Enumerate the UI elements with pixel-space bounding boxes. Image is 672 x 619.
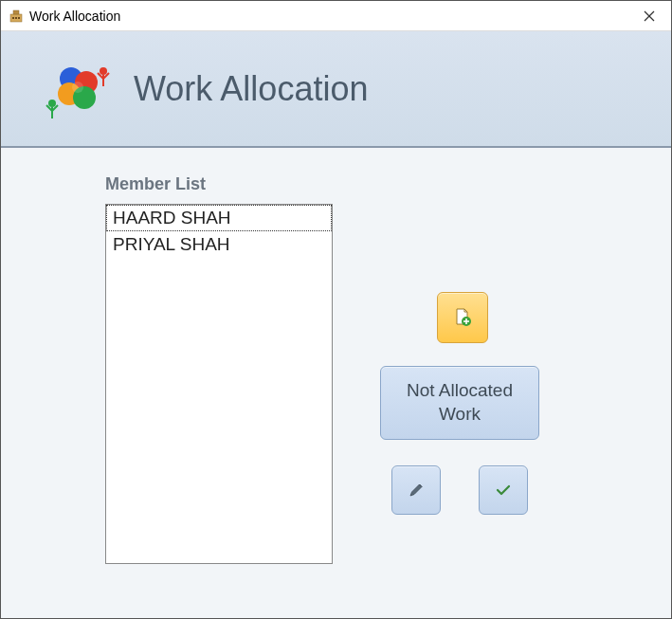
member-listbox[interactable]: HAARD SHAHPRIYAL SHAH	[105, 204, 333, 564]
pencil-icon	[408, 482, 425, 499]
svg-point-16	[100, 67, 107, 75]
titlebar: Work Allocation	[1, 1, 671, 31]
page-title: Work Allocation	[134, 69, 368, 109]
svg-rect-3	[15, 17, 17, 19]
svg-rect-1	[13, 10, 19, 14]
window-title: Work Allocation	[29, 9, 627, 24]
check-icon	[494, 481, 513, 500]
document-add-icon	[452, 307, 473, 328]
header-band: Work Allocation	[1, 31, 671, 148]
confirm-button[interactable]	[479, 465, 528, 515]
close-button[interactable]	[627, 1, 671, 31]
svg-rect-4	[18, 17, 20, 19]
svg-rect-17	[102, 75, 104, 86]
list-item[interactable]: PRIYAL SHAH	[106, 231, 332, 258]
svg-point-11	[72, 82, 83, 93]
app-icon	[9, 9, 24, 24]
content-area: Member List HAARD SHAHPRIYAL SHAH Not Al…	[1, 148, 671, 618]
assign-button[interactable]	[437, 292, 488, 343]
list-item[interactable]: HAARD SHAH	[106, 205, 332, 231]
not-allocated-work-button[interactable]: Not Allocated Work	[380, 366, 539, 440]
window-frame: Work Allocation	[0, 0, 672, 619]
edit-button[interactable]	[391, 465, 441, 515]
member-list-label: Member List	[105, 174, 671, 194]
svg-point-12	[48, 100, 56, 107]
svg-rect-2	[12, 17, 14, 19]
svg-rect-13	[51, 107, 53, 118]
logo-icon	[43, 54, 113, 124]
